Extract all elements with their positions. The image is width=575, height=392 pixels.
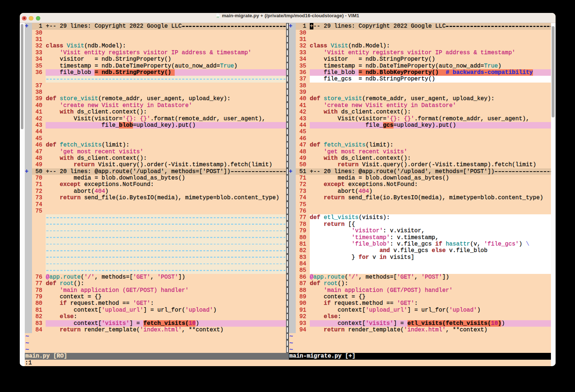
svg-text:py: py xyxy=(217,16,220,18)
